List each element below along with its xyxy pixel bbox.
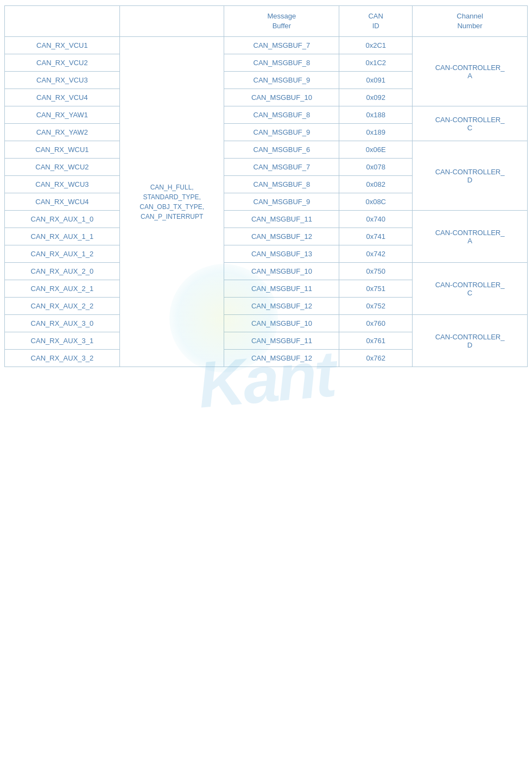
- msgbuf-cell: CAN_MSGBUF_9: [224, 193, 339, 211]
- hoh-id-cell: CAN_RX_VCU4: [5, 89, 120, 106]
- can-id-cell: 0x092: [339, 89, 413, 106]
- channel-cell: CAN-CONTROLLER_C: [413, 263, 528, 315]
- hoh-id-cell: CAN_RX_AUX_1_2: [5, 245, 120, 263]
- type-cell: CAN_H_FULL,STANDARD_TYPE,CAN_OBJ_TX_TYPE…: [119, 37, 224, 367]
- table-row: CAN_RX_AUX_3_0CAN_MSGBUF_100x760CAN-CONT…: [5, 315, 528, 332]
- msgbuf-cell: CAN_MSGBUF_10: [224, 263, 339, 280]
- can-id-cell: 0x742: [339, 245, 413, 263]
- hoh-id-cell: CAN_RX_AUX_1_1: [5, 228, 120, 245]
- can-id-cell: 0x06E: [339, 141, 413, 159]
- msgbuf-cell: CAN_MSGBUF_11: [224, 211, 339, 228]
- hoh-id-cell: CAN_RX_AUX_1_0: [5, 211, 120, 228]
- main-table: MessageBuffer CANID ChannelNumber CAN_RX…: [4, 5, 528, 367]
- can-id-cell: 0x741: [339, 228, 413, 245]
- hoh-id-cell: CAN_RX_AUX_2_1: [5, 280, 120, 298]
- hoh-id-cell: CAN_RX_YAW2: [5, 124, 120, 141]
- channel-cell: CAN-CONTROLLER_A: [413, 211, 528, 263]
- msgbuf-cell: CAN_MSGBUF_10: [224, 89, 339, 106]
- msgbuf-cell: CAN_MSGBUF_12: [224, 228, 339, 245]
- msgbuf-cell: CAN_MSGBUF_8: [224, 176, 339, 193]
- header-channel-number: ChannelNumber: [413, 6, 528, 37]
- header-can-id: CANID: [339, 6, 413, 37]
- table-row: CAN_RX_VCU1CAN_H_FULL,STANDARD_TYPE,CAN_…: [5, 37, 528, 54]
- can-id-cell: 0x750: [339, 263, 413, 280]
- can-id-cell: 0x751: [339, 280, 413, 298]
- header-type: [119, 6, 224, 37]
- table-row: CAN_RX_AUX_2_0CAN_MSGBUF_100x750CAN-CONT…: [5, 263, 528, 280]
- msgbuf-cell: CAN_MSGBUF_7: [224, 37, 339, 54]
- can-id-cell: 0x762: [339, 350, 413, 367]
- msgbuf-cell: CAN_MSGBUF_13: [224, 245, 339, 263]
- can-id-cell: 0x091: [339, 72, 413, 89]
- msgbuf-cell: CAN_MSGBUF_6: [224, 141, 339, 159]
- channel-cell: CAN-CONTROLLER_D: [413, 141, 528, 211]
- hoh-id-cell: CAN_RX_AUX_3_2: [5, 350, 120, 367]
- hoh-id-cell: CAN_RX_WCU3: [5, 176, 120, 193]
- can-id-cell: 0x188: [339, 106, 413, 124]
- msgbuf-cell: CAN_MSGBUF_10: [224, 315, 339, 332]
- hoh-id-cell: CAN_RX_AUX_2_2: [5, 298, 120, 315]
- can-id-cell: 0x189: [339, 124, 413, 141]
- msgbuf-cell: CAN_MSGBUF_12: [224, 350, 339, 367]
- msgbuf-cell: CAN_MSGBUF_8: [224, 106, 339, 124]
- hoh-id-cell: CAN_RX_WCU2: [5, 159, 120, 176]
- can-id-cell: 0x1C2: [339, 54, 413, 72]
- table-row: CAN_RX_WCU1CAN_MSGBUF_60x06ECAN-CONTROLL…: [5, 141, 528, 159]
- can-id-cell: 0x082: [339, 176, 413, 193]
- can-id-cell: 0x761: [339, 332, 413, 350]
- hoh-id-cell: CAN_RX_VCU3: [5, 72, 120, 89]
- msgbuf-cell: CAN_MSGBUF_11: [224, 280, 339, 298]
- msgbuf-cell: CAN_MSGBUF_9: [224, 72, 339, 89]
- hoh-id-cell: CAN_RX_VCU1: [5, 37, 120, 54]
- msgbuf-cell: CAN_MSGBUF_7: [224, 159, 339, 176]
- msgbuf-cell: CAN_MSGBUF_8: [224, 54, 339, 72]
- can-id-cell: 0x08C: [339, 193, 413, 211]
- table-wrapper: MessageBuffer CANID ChannelNumber CAN_RX…: [0, 0, 532, 372]
- can-id-cell: 0x078: [339, 159, 413, 176]
- hoh-id-cell: CAN_RX_AUX_3_0: [5, 315, 120, 332]
- channel-cell: CAN-CONTROLLER_C: [413, 106, 528, 141]
- hoh-id-cell: CAN_RX_YAW1: [5, 106, 120, 124]
- msgbuf-cell: CAN_MSGBUF_11: [224, 332, 339, 350]
- hoh-id-cell: CAN_RX_WCU4: [5, 193, 120, 211]
- table-row: CAN_RX_AUX_1_0CAN_MSGBUF_110x740CAN-CONT…: [5, 211, 528, 228]
- hoh-id-cell: CAN_RX_AUX_2_0: [5, 263, 120, 280]
- channel-cell: CAN-CONTROLLER_D: [413, 315, 528, 367]
- can-id-cell: 0x740: [339, 211, 413, 228]
- can-id-cell: 0x2C1: [339, 37, 413, 54]
- channel-cell: CAN-CONTROLLER_A: [413, 37, 528, 106]
- msgbuf-cell: CAN_MSGBUF_9: [224, 124, 339, 141]
- hoh-id-cell: CAN_RX_VCU2: [5, 54, 120, 72]
- header-message-buffer: MessageBuffer: [224, 6, 339, 37]
- hoh-id-cell: CAN_RX_WCU1: [5, 141, 120, 159]
- can-id-cell: 0x760: [339, 315, 413, 332]
- can-id-cell: 0x752: [339, 298, 413, 315]
- table-row: CAN_RX_YAW1CAN_MSGBUF_80x188CAN-CONTROLL…: [5, 106, 528, 124]
- header-hoh-id: [5, 6, 120, 37]
- hoh-id-cell: CAN_RX_AUX_3_1: [5, 332, 120, 350]
- msgbuf-cell: CAN_MSGBUF_12: [224, 298, 339, 315]
